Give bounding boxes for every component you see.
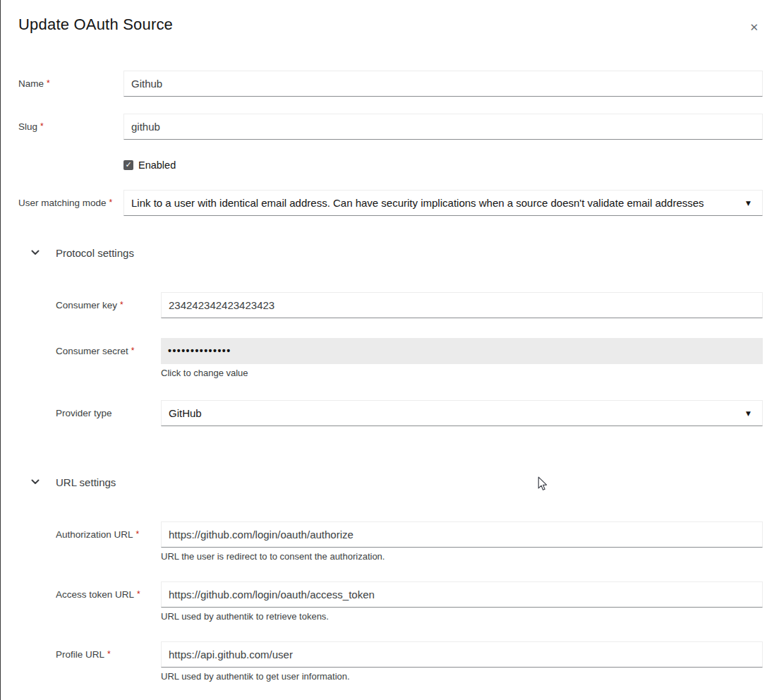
consumer-secret-masked-value[interactable]: •••••••••••••• bbox=[161, 338, 763, 364]
consumer-key-label: Consumer key* bbox=[56, 292, 161, 319]
required-asterisk: * bbox=[137, 589, 140, 599]
chevron-down-icon bbox=[31, 479, 40, 485]
required-asterisk: * bbox=[107, 649, 111, 659]
enabled-checkbox-label: Enabled bbox=[138, 159, 176, 171]
slug-field-row: Slug* bbox=[18, 114, 763, 140]
url-settings-toggle[interactable]: URL settings bbox=[31, 474, 763, 490]
required-asterisk: * bbox=[47, 78, 50, 88]
user-matching-mode-select[interactable]: Link to a user with identical email addr… bbox=[123, 190, 763, 216]
consumer-secret-row: Consumer secret* •••••••••••••• Click to… bbox=[56, 338, 763, 379]
protocol-settings-body: Consumer key* Consumer secret* •••••••••… bbox=[18, 292, 763, 426]
provider-type-row: Provider type GitHub ▼ bbox=[56, 400, 763, 426]
required-asterisk: * bbox=[40, 121, 44, 131]
authorization-url-row: Authorization URL* URL the user is redir… bbox=[56, 521, 763, 562]
access-token-url-label: Access token URL* bbox=[56, 581, 161, 608]
authorization-url-helper: URL the user is redirect to to consent t… bbox=[161, 550, 763, 562]
enabled-field-row: ✓ Enabled bbox=[18, 159, 763, 171]
name-label: Name* bbox=[18, 71, 123, 97]
chevron-down-icon bbox=[31, 250, 40, 255]
protocol-settings-title: Protocol settings bbox=[56, 247, 134, 259]
profile-url-label: Profile URL* bbox=[56, 641, 161, 668]
required-asterisk: * bbox=[131, 346, 135, 356]
user-matching-mode-row: User matching mode* Link to a user with … bbox=[18, 190, 763, 217]
required-asterisk: * bbox=[120, 300, 123, 310]
slug-label: Slug* bbox=[18, 114, 123, 140]
close-icon[interactable]: ✕ bbox=[745, 18, 763, 37]
profile-url-helper: URL used by authentik to get user inform… bbox=[161, 670, 763, 682]
modal-header: Update OAuth Source ✕ bbox=[18, 16, 763, 38]
authorization-url-input[interactable] bbox=[161, 521, 763, 548]
profile-url-input[interactable] bbox=[161, 641, 763, 668]
access-token-url-row: Access token URL* URL used by authentik … bbox=[56, 581, 763, 622]
provider-type-select[interactable]: GitHub ▼ bbox=[161, 400, 763, 426]
access-token-url-input[interactable] bbox=[161, 581, 763, 608]
consumer-key-row: Consumer key* bbox=[56, 292, 763, 319]
page-title: Update OAuth Source bbox=[18, 16, 173, 34]
provider-type-label: Provider type bbox=[56, 400, 161, 426]
protocol-settings-toggle[interactable]: Protocol settings bbox=[31, 245, 763, 260]
consumer-key-input[interactable] bbox=[161, 292, 763, 318]
url-settings-title: URL settings bbox=[56, 476, 116, 488]
caret-down-icon: ▼ bbox=[746, 191, 751, 216]
consumer-secret-label: Consumer secret* bbox=[56, 338, 161, 365]
update-oauth-source-modal: Update OAuth Source ✕ Name* Slug* ✓ Enab… bbox=[0, 0, 779, 682]
checkbox-check-icon[interactable]: ✓ bbox=[123, 160, 133, 170]
name-input[interactable] bbox=[123, 71, 763, 97]
authorization-url-label: Authorization URL* bbox=[56, 521, 161, 548]
required-asterisk: * bbox=[136, 529, 140, 539]
required-asterisk: * bbox=[109, 198, 113, 207]
user-matching-mode-label: User matching mode* bbox=[18, 190, 123, 217]
access-token-url-helper: URL used by authentik to retrieve tokens… bbox=[161, 610, 763, 622]
user-matching-mode-value: Link to a user with identical email addr… bbox=[131, 197, 704, 209]
profile-url-row: Profile URL* URL used by authentik to ge… bbox=[56, 641, 763, 682]
consumer-secret-helper: Click to change value bbox=[161, 367, 763, 379]
caret-down-icon: ▼ bbox=[746, 401, 751, 426]
name-field-row: Name* bbox=[18, 71, 763, 97]
enabled-checkbox[interactable]: ✓ Enabled bbox=[123, 159, 176, 171]
slug-input[interactable] bbox=[123, 114, 763, 140]
url-settings-body: Authorization URL* URL the user is redir… bbox=[18, 521, 763, 682]
provider-type-value: GitHub bbox=[169, 407, 202, 419]
window-left-edge bbox=[0, 0, 1, 700]
